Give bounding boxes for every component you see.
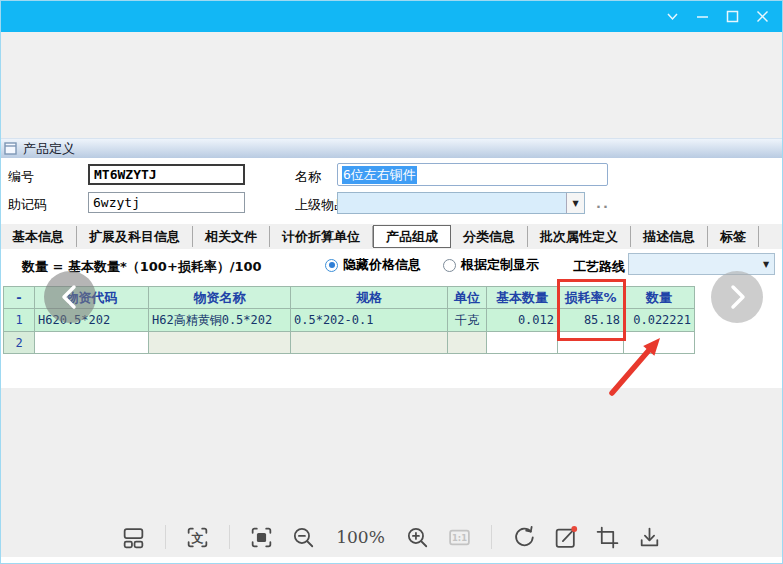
cell-unit[interactable]: 千克 xyxy=(448,309,487,332)
code-field[interactable]: MT6WZYTJ xyxy=(88,164,245,185)
column-header-qty[interactable]: 数量 xyxy=(624,287,695,309)
column-header-loss-rate[interactable]: 损耗率% xyxy=(558,287,624,309)
album-icon[interactable] xyxy=(120,524,147,551)
radio-custom-display[interactable]: 根据定制显示 xyxy=(443,256,539,274)
dropdown-arrow-icon[interactable]: ▼ xyxy=(566,193,584,213)
zoom-in-icon[interactable] xyxy=(404,524,431,551)
crop-icon[interactable] xyxy=(594,524,621,551)
chevron-down-icon[interactable] xyxy=(657,3,687,29)
mnemonic-label: 助记码 xyxy=(8,196,47,214)
row-number[interactable]: 1 xyxy=(4,309,35,332)
code-label: 编号 xyxy=(8,168,34,186)
close-icon[interactable] xyxy=(747,3,777,29)
download-icon[interactable] xyxy=(636,524,663,551)
parent-item-browse-button[interactable]: .. xyxy=(596,196,610,211)
parent-item-dropdown[interactable]: ▼ xyxy=(337,192,585,214)
mnemonic-field[interactable]: 6wzytj xyxy=(88,192,245,213)
svg-text:文: 文 xyxy=(191,530,204,544)
cell-loss-rate[interactable] xyxy=(558,332,624,354)
previous-image-button[interactable] xyxy=(44,271,96,323)
tab-description-info[interactable]: 描述信息 xyxy=(631,226,708,247)
edit-icon[interactable] xyxy=(552,524,579,551)
image-top-margin xyxy=(0,32,783,138)
next-image-button[interactable] xyxy=(711,271,763,323)
chevron-right-icon xyxy=(711,271,763,323)
tab-batch-attribute[interactable]: 批次属性定义 xyxy=(528,226,631,247)
cell-spec[interactable]: 0.5*202-0.1 xyxy=(291,309,448,332)
column-header-select[interactable]: - xyxy=(4,287,35,309)
parent-item-value xyxy=(338,193,566,213)
name-label: 名称 xyxy=(295,168,321,186)
tab-product-composition[interactable]: 产品组成 xyxy=(373,225,451,248)
cell-unit[interactable] xyxy=(448,332,487,354)
window-icon xyxy=(4,142,17,155)
toolbar-separator xyxy=(491,525,492,549)
cell-qty[interactable] xyxy=(624,332,695,354)
cell-material-name[interactable]: H62高精黄铜0.5*202 xyxy=(149,309,291,332)
column-header-spec[interactable]: 规格 xyxy=(291,287,448,309)
cell-base-qty[interactable] xyxy=(487,332,558,354)
tab-related-files[interactable]: 相关文件 xyxy=(193,226,270,247)
toolbar-separator xyxy=(229,525,230,549)
cell-loss-rate[interactable]: 85.18 xyxy=(558,309,624,332)
viewer-titlebar xyxy=(0,0,783,32)
radio-on-icon xyxy=(325,259,338,272)
tab-strip: 基本信息 扩展及科目信息 相关文件 计价折算单位 产品组成 分类信息 批次属性定… xyxy=(0,224,783,249)
ocr-icon[interactable]: 文 xyxy=(184,524,211,551)
cell-base-qty[interactable]: 0.012 xyxy=(487,309,558,332)
process-route-label: 工艺路线 xyxy=(573,258,625,276)
radio-hide-price-label: 隐藏价格信息 xyxy=(343,256,421,274)
column-header-base-qty[interactable]: 基本数量 xyxy=(487,287,558,309)
zoom-level: 100% xyxy=(332,527,389,547)
rotate-icon[interactable] xyxy=(510,524,537,551)
radio-off-icon xyxy=(443,259,456,272)
one-to-one-icon[interactable]: 1:1 xyxy=(446,524,473,551)
cell-qty[interactable]: 0.022221 xyxy=(624,309,695,332)
bom-table: - 物资代码 物资名称 规格 单位 基本数量 损耗率% 数量 1 H620.5*… xyxy=(3,286,695,354)
svg-text:1:1: 1:1 xyxy=(452,532,467,542)
cell-material-code[interactable] xyxy=(35,332,149,354)
zoom-out-icon[interactable] xyxy=(290,524,317,551)
column-header-unit[interactable]: 单位 xyxy=(448,287,487,309)
tab-classification-info[interactable]: 分类信息 xyxy=(451,226,528,247)
cell-material-name[interactable] xyxy=(149,332,291,354)
radio-custom-display-label: 根据定制显示 xyxy=(461,256,539,274)
selected-text: 6位左右铜件 xyxy=(342,166,417,184)
panel-header: 产品定义 xyxy=(0,138,783,158)
row-number[interactable]: 2 xyxy=(4,332,35,354)
tab-pricing-unit[interactable]: 计价折算单位 xyxy=(270,226,373,247)
maximize-icon[interactable] xyxy=(717,3,747,29)
options-row: 数量 = 基本数量*（100+损耗率）/100 隐藏价格信息 根据定制显示 工艺… xyxy=(0,249,783,286)
cell-spec[interactable] xyxy=(291,332,448,354)
toolbar-separator xyxy=(165,525,166,549)
tab-label[interactable]: 标签 xyxy=(708,226,759,247)
column-header-material-name[interactable]: 物资名称 xyxy=(149,287,291,309)
viewer-toolbar: 文 100% 1:1 xyxy=(0,514,783,560)
chevron-left-icon xyxy=(44,271,96,323)
tab-extended-subject-info[interactable]: 扩展及科目信息 xyxy=(77,226,193,247)
minimize-icon[interactable] xyxy=(687,3,717,29)
page-title: 产品定义 xyxy=(23,140,75,158)
radio-hide-price[interactable]: 隐藏价格信息 xyxy=(325,256,421,274)
tab-basic-info[interactable]: 基本信息 xyxy=(0,226,77,247)
name-field[interactable]: 6位左右铜件 xyxy=(337,163,608,186)
fullscreen-icon[interactable] xyxy=(248,524,275,551)
